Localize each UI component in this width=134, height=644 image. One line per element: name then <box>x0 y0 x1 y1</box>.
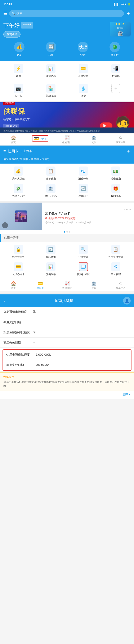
pa-cc-amount-label: 信用卡预审批额度 <box>6 353 36 357</box>
menu-icon[interactable]: ☰ <box>3 11 7 16</box>
cc-ccb-repay[interactable]: 🏦 建行还他行 <box>34 184 67 198</box>
pre-approval-content: 分期通预审批额度 无 额度失效日期 -- 安居金融预审批额度 无 额度失效日期 … <box>0 307 134 371</box>
tab2-lifestyle[interactable]: ☺ 悦享生活 <box>107 281 134 290</box>
cc-cash-installment[interactable]: 💵 现金分期 <box>100 166 132 180</box>
nav-wealth-product[interactable]: 📊 理财产品 <box>34 64 67 78</box>
home-tab-label: 首页 <box>11 141 16 144</box>
cc-promo-banner[interactable]: 🌆 ‹ COACH 龙卡信用卡Visa卡 购物满¥300立享95折优惠 活动时间… <box>0 202 134 230</box>
cc-progress-icon: 📋 <box>111 245 120 254</box>
nav-shanrong[interactable]: 🏪 善融商城 <box>34 84 67 98</box>
ccb-decoration: 🏦 <box>117 30 123 36</box>
cc-other-repay[interactable]: 💸 为他人还款 <box>2 184 34 198</box>
tab-home[interactable]: 🏠 首页 <box>0 135 27 144</box>
nav-item-transfer[interactable]: 🔄 转账 <box>46 42 56 57</box>
cc-payment-mgmt[interactable]: ⚙ 支付管理 <box>100 262 132 276</box>
ccb-badge: CCB 每天到 🏦 <box>110 22 131 36</box>
tab-loan[interactable]: 🏦 贷款 <box>80 135 107 144</box>
cc-add-button[interactable]: ＋ <box>126 148 131 154</box>
tab-bar-2: 🏠 首页 💳 信用卡 📈 投资理财 🏦 贷款 ☺ 悦享生活 <box>0 279 134 291</box>
banner-content: 建信保险 供暖保 给您冬天最温暖的守护 限量 10 万份 抢！ 🧑 <box>0 102 134 128</box>
transfer-icon: 🔄 <box>46 42 56 52</box>
nav-fee[interactable]: 💧 缴费 <box>67 84 100 98</box>
nav-item-quickloan[interactable]: 快贷 快贷 <box>78 42 88 57</box>
nav-scan[interactable]: 📷 扫一扫 <box>2 84 34 98</box>
cc-function-grid: 💰 为本人还款 📋 账单分期 🛍 消费分期 💵 现金分期 💸 为他人还款 🏦 建… <box>0 164 134 202</box>
user-avatar[interactable]: 👤 <box>123 297 131 304</box>
cc-banner-brand: COACH <box>45 208 131 211</box>
speedwin-label: 速盈 <box>16 74 21 78</box>
secondary-nav: ⚡ 速盈 📊 理财产品 💳 小微快贷 📲 付款码 <box>0 61 134 81</box>
cc-trade-limit[interactable]: 📊 交易限额 <box>34 262 67 276</box>
speedwin-icon: ⚡ <box>14 64 23 73</box>
cc-credit[interactable]: 💳 龙卡心用卡 <box>2 262 34 276</box>
banner-cta[interactable]: 抢！ <box>100 122 113 128</box>
tab2-home[interactable]: 🏠 首页 <box>0 281 27 290</box>
shanrong-icon: 🏪 <box>46 84 55 93</box>
cc-cash-transfer[interactable]: 🔄 现金转出 <box>67 184 100 198</box>
cc-self-repay[interactable]: 💰 为本人还款 <box>2 166 34 180</box>
balance-query-button[interactable]: 查询余额 <box>3 31 20 38</box>
nav-micro-loan[interactable]: 💳 小微快贷 <box>67 64 100 78</box>
nav-payment-code[interactable]: 📲 付款码 <box>100 64 132 78</box>
tab2-invest[interactable]: 📈 投资理财 <box>54 281 80 290</box>
cc-section-header: ≡ 信用卡 · 上海市 ＋ <box>0 146 134 157</box>
greeting-text: 下午好 **** <box>3 22 33 29</box>
tab2-creditcard-icon: 💳 <box>38 281 43 286</box>
section-divider <box>0 293 134 294</box>
cc-progress[interactable]: 📋 办卡进度查询 <box>100 245 132 259</box>
nav-item-dragonpay[interactable]: 🐉 龙支付 <box>110 42 120 57</box>
wealth-icon: 💰 <box>14 42 24 52</box>
tab2-home-label: 首页 <box>11 287 16 290</box>
pa-anju-amount-label: 安居金融预审批额度 <box>3 330 33 334</box>
tab2-lifestyle-label: 悦享生活 <box>116 286 125 290</box>
nav-item-wealth[interactable]: 💰 财富 <box>14 42 24 57</box>
back-button[interactable]: ‹ <box>3 298 5 304</box>
cc-menu-icon[interactable]: ≡ <box>3 149 6 154</box>
status-indicators: ▌▌▌ WiFi 🔋 <box>114 3 131 6</box>
tab-lifestyle[interactable]: ☺ 悦享生活 <box>107 135 134 144</box>
tab2-loan[interactable]: 🏦 贷款 <box>80 281 107 290</box>
pa-row-anju-expire: 额度失效日期 -- <box>0 338 134 348</box>
fee-label: 缴费 <box>81 94 86 98</box>
cc-my-discount[interactable]: 🎁 我的优惠 <box>100 184 132 198</box>
cash-installment-icon: 💵 <box>111 166 120 176</box>
insurance-banner[interactable]: 建信保险 供暖保 给您冬天最温暖的守护 限量 10 万份 抢！ 🧑 <box>0 102 134 128</box>
pre-approval-svg <box>81 264 86 269</box>
pa-row-fqt-expire: 额度失效日期 -- <box>0 317 134 328</box>
nav-speedwin[interactable]: ⚡ 速盈 <box>2 64 34 78</box>
nav-more[interactable]: ＋ <box>100 84 132 98</box>
cc-installment-query-label: 分期查询 <box>78 255 88 259</box>
bill-installment-icon: 📋 <box>46 166 55 176</box>
pa-row-cc-expire: 额度失效日期 2018/10/04 <box>3 360 131 370</box>
cc-trade-limit-icon: 📊 <box>46 262 55 271</box>
fee-icon: 💧 <box>79 84 88 93</box>
tab2-creditcard-label: 信用卡 <box>37 287 44 290</box>
consume-installment-icon: 🛍 <box>79 166 88 176</box>
cc-suspend[interactable]: 🔒 信用卡挂失 <box>2 245 34 259</box>
search-bar[interactable]: 🔍 搜索 <box>9 10 124 17</box>
cc-pre-approval[interactable]: 预审批额度 <box>67 262 100 276</box>
tab-invest[interactable]: 📈 投资理财 <box>54 135 80 144</box>
cc-bill-installment[interactable]: 📋 账单分期 <box>34 166 67 180</box>
add-button[interactable]: ＋ <box>126 10 131 16</box>
pre-approval-title: 预审批额度 <box>55 298 74 303</box>
tab2-loan-icon: 🏦 <box>91 281 97 286</box>
status-bar: 15:30 ▌▌▌ WiFi 🔋 <box>0 0 134 8</box>
payment-code-label: 付款码 <box>112 74 120 78</box>
ccb-sub-text: 每天到 <box>117 27 123 30</box>
home-tab-icon: 🏠 <box>11 135 16 140</box>
expand-button[interactable]: 展开▼ <box>123 393 131 396</box>
tab-creditcard[interactable]: 💳 信用卡 <box>27 135 54 144</box>
self-repay-label: 为本人还款 <box>12 177 25 180</box>
banner-left-arrow[interactable]: ‹ <box>2 222 8 228</box>
cc-consume-installment[interactable]: 🛍 消费分期 <box>67 166 100 180</box>
cc-replace[interactable]: 🔄 损坏换卡 <box>34 245 67 259</box>
scan-icon: 📷 <box>14 84 23 93</box>
cc-replace-icon: 🔄 <box>46 245 55 254</box>
signal-icon: ▌▌▌ <box>114 3 119 6</box>
tab2-creditcard[interactable]: 💳 信用卡 <box>27 281 54 290</box>
my-discount-label: 我的优惠 <box>111 194 121 198</box>
pa-fqt-expire-label: 额度失效日期 <box>3 320 33 324</box>
cc-installment-query[interactable]: 🔍 分期查询 <box>67 245 100 259</box>
pa-row-cc-amount: 信用卡预审批额度 5,000.00元 <box>3 350 131 360</box>
